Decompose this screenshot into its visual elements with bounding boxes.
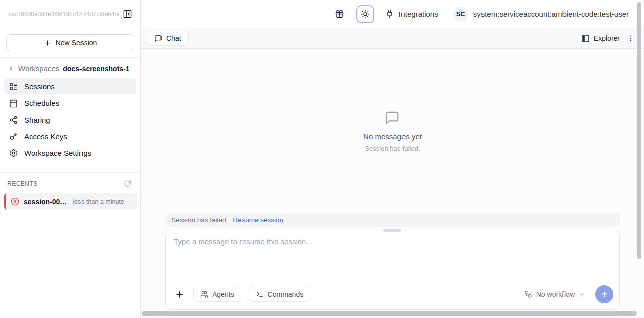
error-circle-icon xyxy=(11,197,19,206)
session-tabbar: Chat Explorer xyxy=(141,28,644,49)
sidebar-item-label: Schedules xyxy=(24,99,59,108)
plug-icon xyxy=(385,10,394,18)
attach-button[interactable] xyxy=(173,288,186,301)
refresh-recents-button[interactable] xyxy=(123,179,132,188)
sidebar-item-workspace-settings[interactable]: Workspace Settings xyxy=(4,145,136,161)
theme-toggle-button[interactable] xyxy=(356,5,374,23)
new-session-button[interactable]: New Session xyxy=(6,34,134,51)
resume-session-link[interactable]: Resume session xyxy=(233,216,283,224)
tabbar-right: Explorer xyxy=(581,33,636,43)
sidebar-item-label: Sessions xyxy=(24,82,55,91)
sidebar-item-access-keys[interactable]: Access Keys xyxy=(4,128,136,145)
session-hash: cec79930a383e369f195c1274d77f9eb4bc3fa19 xyxy=(8,11,119,18)
integrations-button[interactable]: Integrations xyxy=(385,10,438,18)
explorer-button[interactable]: Explorer xyxy=(581,34,620,43)
chat-bubble-large-icon xyxy=(385,110,400,125)
session-failed-banner: Session has failed. Resume session xyxy=(165,213,620,227)
messages-empty-state: No messages yet Session has failed. xyxy=(141,49,644,213)
chevron-down-icon xyxy=(579,291,585,298)
breadcrumb[interactable]: Workspaces docs-screenshots-17… xyxy=(0,58,140,77)
tab-chat[interactable]: Chat xyxy=(147,31,189,46)
horizontal-scrollbar-thumb[interactable] xyxy=(142,311,637,316)
agents-button[interactable]: Agents xyxy=(193,287,242,302)
explorer-label: Explorer xyxy=(594,34,620,42)
sidebar-collapse-button[interactable] xyxy=(122,8,133,20)
sidebar-item-label: Access Keys xyxy=(24,132,67,141)
integrations-label: Integrations xyxy=(398,10,438,18)
arrow-up-icon xyxy=(600,290,609,299)
panel-collapse-icon xyxy=(123,9,132,19)
app-root: cec79930a383e369f195c1274d77f9eb4bc3fa19… xyxy=(0,0,644,318)
sidebar-header: cec79930a383e369f195c1274d77f9eb4bc3fa19 xyxy=(0,0,140,28)
calendar-icon xyxy=(9,99,18,108)
composer-toolbar: Agents Commands xyxy=(166,280,619,309)
recent-session-time: less than a minute xyxy=(73,198,124,205)
main-panel: Integrations SC system:serviceaccount:am… xyxy=(141,0,644,318)
workflow-icon xyxy=(524,290,532,298)
sidebar-item-sessions[interactable]: Sessions xyxy=(4,78,136,95)
vertical-scrollbar-thumb[interactable] xyxy=(637,2,641,259)
share-icon xyxy=(9,116,18,124)
horizontal-scrollbar[interactable] xyxy=(142,311,637,316)
empty-state-title: No messages yet xyxy=(363,132,422,141)
new-session-section: New Session xyxy=(0,28,140,58)
composer-area: Session has failed. Resume session xyxy=(141,213,644,318)
sun-icon xyxy=(361,10,370,19)
gift-icon xyxy=(335,9,344,19)
commands-button[interactable]: Commands xyxy=(249,287,311,302)
message-input[interactable] xyxy=(166,230,619,280)
recents-title: RECENTS xyxy=(7,180,38,187)
chevron-left-icon xyxy=(7,65,15,72)
users-icon xyxy=(200,290,208,298)
tab-chat-label: Chat xyxy=(166,34,181,42)
sidebar: cec79930a383e369f195c1274d77f9eb4bc3fa19… xyxy=(0,0,141,318)
sidebar-item-sharing[interactable]: Sharing xyxy=(4,112,136,128)
commands-label: Commands xyxy=(268,290,304,298)
send-button[interactable] xyxy=(595,285,613,303)
key-icon xyxy=(9,132,18,141)
gear-icon xyxy=(9,149,18,157)
sidebar-item-label: Workspace Settings xyxy=(24,149,91,157)
banner-message: Session has failed. xyxy=(171,216,228,224)
chat-content: No messages yet Session has failed. Sess… xyxy=(141,49,644,318)
composer: Agents Commands xyxy=(165,230,620,310)
new-session-label: New Session xyxy=(56,39,97,47)
composer-resize-handle[interactable] xyxy=(383,229,401,232)
whats-new-button[interactable] xyxy=(334,8,345,20)
chat-bubble-icon xyxy=(154,35,162,42)
agents-label: Agents xyxy=(212,290,234,298)
sidebar-item-label: Sharing xyxy=(24,116,50,124)
vertical-scrollbar[interactable] xyxy=(637,2,641,316)
workspace-name: docs-screenshots-17… xyxy=(63,65,129,73)
topbar: Integrations SC system:serviceaccount:am… xyxy=(141,0,644,28)
sidebar-nav: Sessions Schedules Sharing Access Keys xyxy=(0,77,140,165)
username: system:serviceaccount:ambient-code:test-… xyxy=(473,10,629,18)
recent-session-name: session-00… xyxy=(24,198,67,206)
empty-state-subtitle: Session has failed. xyxy=(365,145,420,152)
workflow-selector[interactable]: No workflow xyxy=(524,290,585,298)
workflow-label: No workflow xyxy=(536,290,575,298)
recent-session-item[interactable]: session-00… less than a minute xyxy=(4,193,137,210)
panel-split-icon xyxy=(581,34,590,43)
recents-header: RECENTS xyxy=(0,172,140,192)
avatar: SC xyxy=(453,7,468,22)
kebab-menu-icon xyxy=(627,34,635,42)
more-options-button[interactable] xyxy=(626,33,636,43)
user-menu[interactable]: SC system:serviceaccount:ambient-code:te… xyxy=(453,7,629,22)
plus-icon xyxy=(175,290,184,299)
terminal-icon xyxy=(256,290,264,298)
refresh-icon xyxy=(124,180,131,187)
layout-list-icon xyxy=(9,82,18,91)
sidebar-item-schedules[interactable]: Schedules xyxy=(4,95,136,112)
plus-icon xyxy=(44,39,51,47)
workspaces-label: Workspaces xyxy=(18,64,59,73)
